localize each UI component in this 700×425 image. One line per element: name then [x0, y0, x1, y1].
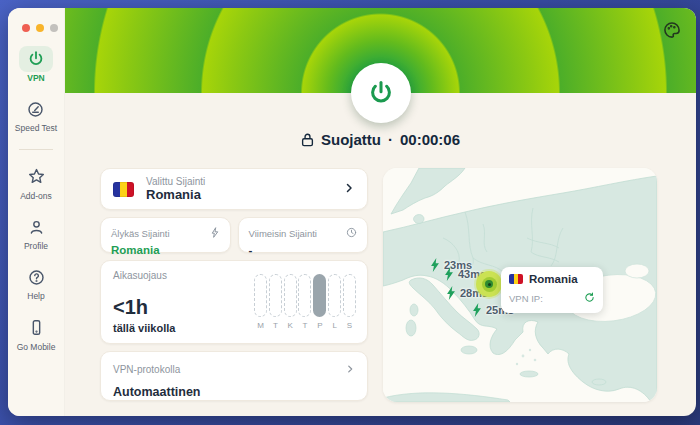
weekly-bars: MTKTPLS	[254, 274, 356, 330]
sidebar-item-profile[interactable]: Profile	[19, 214, 53, 251]
zoom-window-button[interactable]	[50, 24, 58, 32]
sidebar-item-label: VPN	[27, 74, 44, 83]
cards-column: Valittu Sijainti Romania Älykäs Sijainti	[100, 168, 368, 402]
selected-location-card[interactable]: Valittu Sijainti Romania	[100, 168, 368, 210]
smart-location-value: Romania	[111, 244, 220, 256]
romania-flag-icon	[509, 274, 523, 284]
romania-flag-icon	[113, 182, 134, 197]
status-label: Suojattu	[321, 131, 381, 148]
day-bar: T	[269, 274, 282, 330]
status-timer: 00:00:06	[400, 131, 460, 148]
lightning-icon	[429, 258, 441, 272]
vpn-protocol-card[interactable]: VPN-protokolla Automaattinen	[100, 351, 368, 401]
day-bar: S	[343, 274, 356, 330]
last-location-label: Viimeisin Sijainti	[249, 228, 317, 239]
chevron-right-icon	[343, 180, 355, 198]
connection-pin	[476, 271, 502, 297]
day-bar: L	[328, 274, 341, 330]
lightning-icon	[471, 303, 483, 317]
day-bar: T	[298, 274, 311, 330]
day-bar: M	[254, 274, 267, 330]
smart-location-card[interactable]: Älykäs Sijainti Romania	[100, 217, 231, 253]
vpn-protocol-label: VPN-protokolla	[113, 364, 180, 375]
phone-icon	[19, 315, 53, 341]
lightning-icon	[443, 267, 455, 281]
sidebar-item-help[interactable]: Help	[19, 264, 53, 301]
close-window-button[interactable]	[22, 24, 30, 32]
refresh-icon[interactable]	[584, 289, 595, 307]
day-bar: P	[313, 274, 326, 330]
selected-location-label: Valittu Sijainti	[146, 176, 343, 187]
dashboard-content: Valittu Sijainti Romania Älykäs Sijainti	[100, 168, 657, 402]
palette-icon[interactable]	[662, 20, 682, 40]
last-location-card[interactable]: Viimeisin Sijainti -	[238, 217, 369, 253]
time-protection-card: Aikasuojaus <1h tällä viikolla MTKTPLS	[100, 260, 368, 344]
sidebar-item-label: Help	[27, 292, 44, 301]
sidebar-item-go-mobile[interactable]: Go Mobile	[17, 315, 56, 352]
day-bar: K	[284, 274, 297, 330]
server-tooltip[interactable]: Romania VPN IP:	[501, 267, 603, 313]
time-protection-sublabel: tällä viikolla	[113, 322, 175, 334]
minimize-window-button[interactable]	[36, 24, 44, 32]
sidebar-item-speed-test[interactable]: Speed Test	[15, 96, 57, 133]
star-icon	[19, 164, 53, 190]
connection-status: Suojattu · 00:00:06	[65, 131, 696, 148]
main-panel: Suojattu · 00:00:06 Valittu Sijainti Rom…	[65, 8, 696, 416]
sidebar: VPN Speed Test Add-ons	[8, 8, 65, 416]
question-circle-icon	[19, 264, 53, 290]
power-button[interactable]	[351, 63, 411, 123]
sidebar-item-label: Speed Test	[15, 124, 57, 133]
tooltip-country: Romania	[529, 273, 578, 285]
selected-location-value: Romania	[146, 187, 343, 202]
lock-icon	[301, 132, 314, 147]
chevron-right-icon	[345, 360, 355, 378]
tooltip-ip-label: VPN IP:	[509, 293, 543, 304]
smart-location-label: Älykäs Sijainti	[111, 228, 170, 239]
connection-map[interactable]: 23ms 43ms 28ms 25ms	[383, 168, 657, 402]
speedometer-icon	[19, 96, 53, 122]
time-protection-value: <1h	[113, 296, 148, 319]
vpn-protocol-value: Automaattinen	[113, 385, 355, 399]
location-mini-cards: Älykäs Sijainti Romania Viimeisin Sijain…	[100, 217, 368, 253]
person-icon	[19, 214, 53, 240]
lightning-icon	[210, 224, 220, 242]
last-location-value: -	[249, 244, 358, 256]
power-icon	[367, 79, 395, 107]
sidebar-item-label: Profile	[24, 242, 48, 251]
lightning-icon	[445, 286, 457, 300]
sidebar-divider	[19, 149, 53, 150]
status-separator: ·	[388, 131, 393, 148]
clock-icon	[346, 224, 357, 242]
sidebar-item-label: Go Mobile	[17, 343, 56, 352]
power-icon	[19, 46, 53, 72]
sidebar-item-vpn[interactable]: VPN	[19, 46, 53, 83]
sidebar-item-add-ons[interactable]: Add-ons	[19, 164, 53, 201]
window-controls	[8, 24, 64, 32]
sidebar-item-label: Add-ons	[20, 192, 52, 201]
app-window: VPN Speed Test Add-ons	[8, 8, 696, 416]
